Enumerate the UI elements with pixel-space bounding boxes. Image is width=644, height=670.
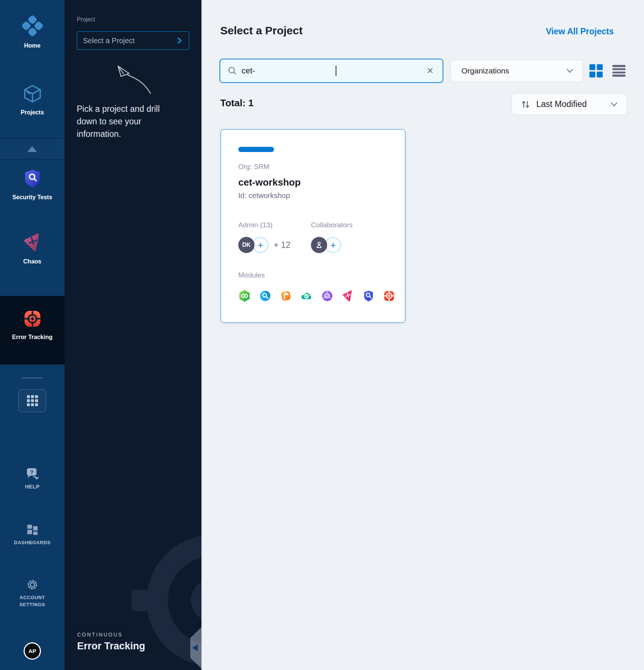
sidebar-item-security-tests[interactable]: Security Tests: [0, 169, 65, 201]
project-search[interactable]: ✕: [219, 59, 443, 83]
sidebar-divider: [22, 377, 43, 379]
list-view-icon[interactable]: [612, 64, 626, 77]
sidebar-item-label: ACCOUNT SETTINGS: [12, 594, 53, 608]
collaborators-label: Collaborators: [311, 221, 353, 229]
sort-arrows-icon: [521, 100, 530, 109]
add-collaborator-button[interactable]: +: [325, 237, 341, 253]
arrow-doodle: [103, 61, 155, 96]
sidebar-item-label: HELP: [0, 484, 65, 490]
scope-filter-value: Organizations: [461, 66, 509, 75]
text-caret: [336, 66, 336, 76]
dashboards-icon: [26, 523, 39, 536]
module-picker-button[interactable]: [18, 389, 46, 412]
feature-flags-module-icon: [280, 290, 292, 302]
sidebar-item-label: Home: [0, 42, 65, 49]
chevron-right-icon: [176, 37, 183, 45]
collapse-left-icon: [192, 645, 198, 651]
panel-footer-category: CONTINUOUS: [77, 632, 123, 638]
user-avatar[interactable]: AP: [24, 642, 41, 660]
admin-more-count: + 12: [274, 240, 290, 250]
svg-text:?: ?: [30, 469, 33, 475]
code-search-module-icon: [259, 290, 271, 302]
sidebar-item-label: Chaos: [0, 258, 65, 265]
help-icon: ?: [25, 467, 40, 481]
collaborator-avatar: [311, 237, 327, 253]
sidebar-item-label: DASHBOARDS: [0, 540, 65, 545]
sidebar-item-projects[interactable]: Projects: [0, 83, 65, 116]
modules-label: Modules: [238, 271, 265, 279]
admin-label: Admin (13): [238, 221, 273, 229]
cloud-costs-module-icon: $: [300, 290, 313, 302]
module-badges: $: [238, 290, 395, 302]
project-id: Id: cetworkshop: [238, 191, 290, 200]
grid-dots-icon: [27, 395, 38, 406]
error-tracking-module-icon: [383, 290, 395, 302]
project-org: Org: SRM: [238, 163, 269, 171]
project-card[interactable]: Org: SRM cet-workshop Id: cetworkshop Ad…: [221, 129, 405, 323]
add-admin-button[interactable]: +: [252, 237, 269, 253]
plus-icon: +: [257, 239, 263, 251]
person-icon: [315, 241, 323, 249]
search-input[interactable]: [242, 66, 424, 76]
svg-text:$: $: [305, 294, 308, 298]
admin-avatar: DK: [238, 237, 255, 253]
project-panel-hint: Pick a project and drill down to see you…: [77, 103, 176, 140]
admin-avatars: DK + + 12: [238, 236, 290, 253]
sidebar-item-error-tracking[interactable]: Error Tracking: [0, 309, 65, 341]
total-count: Total: 1: [220, 97, 254, 109]
sidebar-item-chaos[interactable]: Chaos: [0, 232, 65, 265]
chevron-down-icon: [610, 102, 618, 107]
project-selector[interactable]: Select a Project: [77, 31, 189, 50]
project-name: cet-workshop: [238, 177, 301, 188]
project-panel-label: Project: [77, 16, 95, 23]
chaos-triangle-icon: [22, 232, 42, 252]
sidebar-item-home[interactable]: Home: [0, 14, 65, 49]
collaborator-avatars: +: [311, 236, 341, 253]
sort-value: Last Modified: [536, 99, 587, 109]
search-icon: [228, 66, 237, 76]
scope-filter-dropdown[interactable]: Organizations: [451, 60, 583, 82]
grid-view-icon[interactable]: [589, 64, 603, 77]
sidebar-item-account-settings[interactable]: ACCOUNT SETTINGS: [0, 578, 65, 608]
sidebar-item-help[interactable]: ? HELP: [0, 467, 65, 490]
primary-sidebar: Home Projects Security Tests: [0, 0, 65, 670]
sidebar-item-label: Projects: [0, 109, 65, 116]
chaos-module-icon: [342, 290, 354, 302]
view-all-projects-link[interactable]: View All Projects: [546, 27, 614, 37]
projects-cube-icon: [22, 83, 43, 104]
sort-dropdown[interactable]: Last Modified: [512, 93, 627, 115]
gear-icon: [25, 578, 39, 592]
chevron-down-icon: [566, 68, 574, 73]
plus-icon: +: [330, 239, 336, 251]
security-tests-module-icon: [362, 290, 375, 302]
panel-footer-module: Error Tracking: [77, 640, 145, 652]
clear-icon[interactable]: ✕: [425, 66, 435, 76]
page-title: Select a Project: [220, 24, 302, 37]
sidebar-item-label: Error Tracking: [0, 334, 65, 341]
reliability-module-icon: [321, 290, 333, 302]
error-tracking-target-icon: [23, 309, 42, 328]
project-color-bar: [238, 147, 274, 152]
sidebar-section-divider: [0, 138, 65, 160]
project-selector-text: Select a Project: [83, 37, 135, 45]
chevron-up-icon[interactable]: [27, 146, 37, 152]
sidebar-item-label: Security Tests: [0, 194, 65, 201]
ci-module-icon: [238, 290, 251, 302]
harness-home-icon: [21, 14, 44, 37]
project-panel: Project Select a Project Pick a project …: [65, 0, 201, 670]
security-tests-shield-icon: [23, 169, 42, 188]
sidebar-item-dashboards[interactable]: DASHBOARDS: [0, 523, 65, 545]
main-content: Select a Project View All Projects ✕ Org…: [201, 0, 644, 670]
